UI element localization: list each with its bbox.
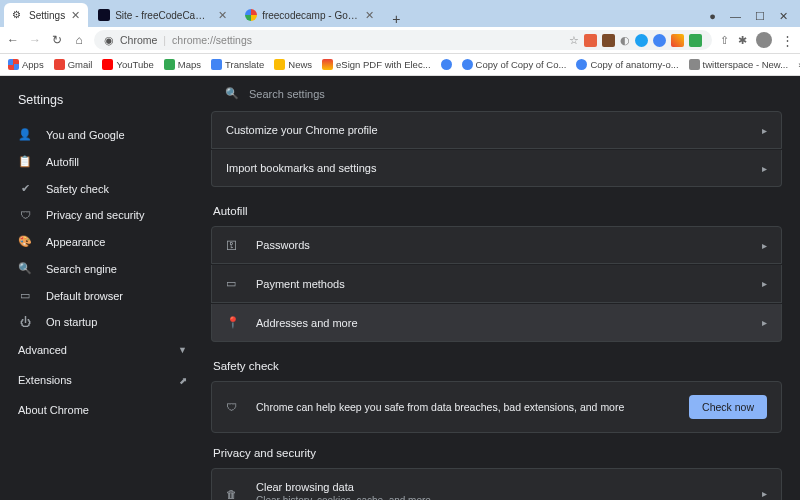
row-payment-methods[interactable]: ▭ Payment methods ▸ [211, 265, 782, 303]
share-icon[interactable]: ⇧ [720, 34, 729, 47]
close-icon[interactable]: ✕ [365, 9, 374, 22]
safety-check-row: 🛡 Chrome can help keep you safe from dat… [211, 381, 782, 433]
sidebar-item-label: Appearance [46, 236, 105, 248]
sidebar-item-safety-check[interactable]: ✔Safety check [0, 175, 205, 202]
window-titlebar: ⚙ Settings ✕ Site - freeCodeCamp.org ✕ f… [0, 0, 800, 27]
check-shield-icon: ✔ [18, 182, 32, 195]
row-label: Clear browsing data [256, 481, 762, 493]
new-tab-button[interactable]: + [384, 11, 408, 27]
sidebar-item-appearance[interactable]: 🎨Appearance [0, 228, 205, 255]
sidebar-item-label: Autofill [46, 156, 79, 168]
bm-item[interactable] [441, 59, 452, 70]
chevron-right-icon: ▸ [762, 278, 767, 289]
bm-copy2[interactable]: Copy of anatomy-o... [576, 59, 678, 70]
sidebar-item-label: About Chrome [18, 404, 89, 416]
sidebar-item-label: You and Google [46, 129, 125, 141]
sidebar-about-chrome[interactable]: About Chrome [0, 395, 205, 425]
row-addresses[interactable]: 📍 Addresses and more ▸ [211, 304, 782, 342]
chevron-right-icon: ▸ [762, 125, 767, 136]
home-button[interactable]: ⌂ [72, 33, 86, 47]
extensions-icon[interactable]: ✱ [738, 34, 747, 47]
tab-title: Site - freeCodeCamp.org [115, 10, 212, 21]
browser-tab-freecodecamp[interactable]: Site - freeCodeCamp.org ✕ [90, 3, 235, 27]
browser-toolbar: ← → ↻ ⌂ ◉ Chrome | chrome://settings ☆ ◐… [0, 27, 800, 54]
chevron-right-icon: ▸ [762, 317, 767, 328]
sidebar-item-on-startup[interactable]: ⏻On startup [0, 309, 205, 335]
sidebar-item-default-browser[interactable]: ▭Default browser [0, 282, 205, 309]
key-icon: ⚿ [226, 239, 242, 251]
bm-maps[interactable]: Maps [164, 59, 201, 70]
section-heading-autofill: Autofill [211, 191, 782, 226]
chevron-right-icon: ▸ [762, 240, 767, 251]
shield-check-icon: 🛡 [226, 401, 242, 413]
site-icon [98, 9, 110, 21]
back-button[interactable]: ← [6, 33, 20, 47]
bm-youtube[interactable]: YouTube [102, 59, 153, 70]
row-label: Import bookmarks and settings [226, 162, 762, 174]
star-icon[interactable]: ☆ [569, 34, 579, 46]
trash-icon: 🗑 [226, 488, 242, 500]
bm-news[interactable]: News [274, 59, 312, 70]
tab-title: freecodecamp - Google Search [262, 10, 359, 21]
row-import-bookmarks[interactable]: Import bookmarks and settings ▸ [211, 150, 782, 187]
sidebar-advanced[interactable]: Advanced▼ [0, 335, 205, 365]
ext-icon[interactable]: ◐ [620, 34, 630, 46]
browser-icon: ▭ [18, 289, 32, 302]
bookmarks-bar: Apps Gmail YouTube Maps Translate News e… [0, 54, 800, 76]
ext-icon[interactable] [653, 34, 666, 47]
ext-icon[interactable] [671, 34, 684, 47]
ext-icon[interactable] [689, 34, 702, 47]
settings-sidebar: Settings 👤You and Google 📋Autofill ✔Safe… [0, 76, 205, 500]
sidebar-item-label: Default browser [46, 290, 123, 302]
row-customize-profile[interactable]: Customize your Chrome profile ▸ [211, 111, 782, 149]
sidebar-item-label: Privacy and security [46, 209, 144, 221]
sidebar-item-privacy[interactable]: 🛡Privacy and security [0, 202, 205, 228]
browser-tab-search[interactable]: freecodecamp - Google Search ✕ [237, 3, 382, 27]
bm-copy1[interactable]: Copy of Copy of Co... [462, 59, 567, 70]
row-label: Addresses and more [256, 317, 762, 329]
bm-gmail[interactable]: Gmail [54, 59, 93, 70]
apps-button[interactable]: Apps [8, 59, 44, 70]
settings-search[interactable]: 🔍 Search settings [211, 76, 782, 111]
chrome-icon: ◉ [104, 34, 114, 46]
shield-icon: 🛡 [18, 209, 32, 221]
forward-button[interactable]: → [28, 33, 42, 47]
row-clear-browsing-data[interactable]: 🗑 Clear browsing data Clear history, coo… [211, 468, 782, 500]
search-icon: 🔍 [18, 262, 32, 275]
account-icon[interactable]: ● [709, 10, 716, 23]
card-icon: ▭ [226, 277, 242, 290]
sidebar-item-autofill[interactable]: 📋Autofill [0, 148, 205, 175]
sidebar-item-label: Advanced [18, 344, 67, 356]
row-passwords[interactable]: ⚿ Passwords ▸ [211, 226, 782, 264]
sidebar-item-you-and-google[interactable]: 👤You and Google [0, 121, 205, 148]
gear-icon: ⚙ [12, 9, 24, 21]
clipboard-icon: 📋 [18, 155, 32, 168]
reload-button[interactable]: ↻ [50, 33, 64, 47]
sidebar-item-search-engine[interactable]: 🔍Search engine [0, 255, 205, 282]
check-now-button[interactable]: Check now [689, 395, 767, 419]
google-icon [245, 9, 257, 21]
close-icon[interactable]: ✕ [218, 9, 227, 22]
menu-button[interactable]: ⋮ [781, 33, 794, 48]
row-label: Payment methods [256, 278, 762, 290]
bm-translate[interactable]: Translate [211, 59, 264, 70]
bm-twitter[interactable]: twitterspace - New... [689, 59, 789, 70]
safety-text: Chrome can help keep you safe from data … [256, 401, 689, 413]
address-bar[interactable]: ◉ Chrome | chrome://settings ☆ ◐ [94, 30, 712, 50]
settings-main: 🔍 Search settings Customize your Chrome … [205, 76, 800, 500]
minimize-button[interactable]: — [730, 10, 741, 23]
maximize-button[interactable]: ☐ [755, 10, 765, 23]
close-icon[interactable]: ✕ [71, 9, 80, 22]
chevron-right-icon: ▸ [762, 163, 767, 174]
ext-icon[interactable] [584, 34, 597, 47]
page-title: Settings [0, 86, 205, 121]
sidebar-extensions[interactable]: Extensions⬈ [0, 365, 205, 395]
power-icon: ⏻ [18, 316, 32, 328]
profile-avatar[interactable] [756, 32, 772, 48]
bm-esign[interactable]: eSign PDF with Elec... [322, 59, 431, 70]
ext-icon[interactable] [635, 34, 648, 47]
browser-tab-settings[interactable]: ⚙ Settings ✕ [4, 3, 88, 27]
ext-icon[interactable] [602, 34, 615, 47]
close-window-button[interactable]: ✕ [779, 10, 788, 23]
address-path: chrome://settings [172, 34, 252, 46]
